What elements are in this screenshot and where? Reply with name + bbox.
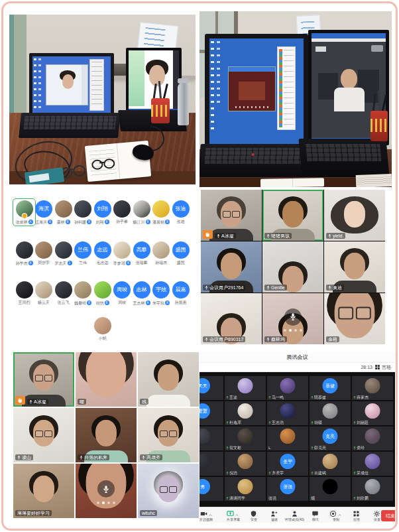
video-tile[interactable]: 会议用户890317 — [201, 293, 262, 344]
pen-cup2 — [370, 111, 388, 141]
contact-item[interactable]: 周舒宇 — [34, 241, 54, 265]
participant-tile[interactable] — [200, 427, 223, 450]
contact-item[interactable]: 孙学杰8 — [15, 241, 34, 265]
contact-item[interactable]: 潘晨韬8 — [152, 200, 171, 224]
contact-item[interactable]: 小韬 — [93, 317, 112, 340]
toolbar-button-apps[interactable]: 应用 — [346, 510, 367, 522]
participant-tile[interactable]: 盟盟 — [200, 401, 223, 425]
video-tile[interactable]: 残 — [138, 352, 199, 407]
contact-name-text: 潘晨韬 — [152, 220, 164, 224]
participant-tile[interactable]: 杜逸庠 — [225, 401, 266, 425]
contact-item[interactable]: 志远毛志远 — [93, 241, 112, 265]
contact-item[interactable]: 杨云天 — [34, 281, 54, 305]
participant-tile[interactable]: 贺文彬 — [225, 427, 266, 450]
participant-tile[interactable]: 王志浩 — [267, 401, 308, 425]
video-grid-a: A冰凝猪猪男孩yield.会议用户291764Gentle吴迪会议用户89031… — [201, 190, 385, 344]
contact-badge: 8 — [146, 220, 150, 224]
participant-name: 齐圣宇 — [268, 471, 284, 475]
participant-tile[interactable]: 涛涛同学 — [225, 477, 266, 501]
toolbar-button-record[interactable]: 录制 — [325, 510, 346, 522]
contact-name: 康棋8 — [57, 220, 70, 224]
contact-item[interactable]: 王周烈 — [15, 281, 34, 305]
contact-item[interactable]: 张云飞 — [54, 281, 73, 305]
contact-item[interactable]: 张迪张迪 — [171, 200, 190, 224]
contact-item[interactable]: 张俊祺A — [15, 200, 34, 224]
toolbar-button-members[interactable]: 管理成员(40) — [284, 510, 305, 522]
contact-item[interactable]: 康棋8 — [54, 200, 73, 224]
video-tile[interactable]: 会议用户291764 — [201, 241, 262, 293]
participant-tile[interactable]: 天天 — [200, 376, 223, 400]
avatar-initials-text: 海滨 — [38, 206, 49, 212]
participant-tile[interactable]: 烟 — [310, 477, 351, 501]
participant-tile[interactable]: 勇 — [200, 477, 223, 501]
contact-item[interactable]: 孙瑞杰 — [152, 241, 171, 265]
participant-name-text: 齐圣宇 — [272, 471, 284, 475]
video-tile[interactable]: wituhc — [138, 464, 199, 518]
toolbar-label: 录制 — [332, 518, 339, 521]
participant-tile[interactable]: 慕健陆慕健 — [310, 376, 351, 400]
video-tile[interactable]: 蔡林均 — [262, 293, 323, 344]
grid-view-toggle[interactable]: 宫格 — [374, 364, 391, 371]
contact-item[interactable]: 孙子豪 — [113, 200, 132, 224]
contact-item[interactable]: 盛国盛国 — [171, 241, 190, 265]
participant-avatar-photo — [238, 479, 253, 494]
contact-item[interactable]: 志林王志林A — [132, 281, 151, 305]
toolbar-button-share[interactable]: 共享屏幕 — [223, 510, 243, 522]
toolbar-button-shield[interactable]: 安全 — [243, 510, 264, 522]
participant-tile[interactable]: 肖建斌 — [310, 452, 351, 476]
contact-item[interactable]: 刘翔刘翔8 — [93, 200, 112, 224]
participant-tile[interactable]: 克亮邵克亮 — [310, 427, 351, 450]
participant-tile[interactable] — [200, 452, 223, 476]
contact-item[interactable]: 晨惠孙晨惠 — [171, 281, 190, 305]
toolbar-button-chat[interactable]: 聊天 — [305, 510, 325, 522]
contact-item[interactable]: 魏馨铃8 — [74, 281, 93, 305]
contact-avatar-initials: 周竣 — [113, 281, 131, 299]
contact-item[interactable]: 李梦瑶8 — [113, 241, 132, 265]
participant-tile[interactable]: 圣宇齐圣宇 — [267, 452, 308, 476]
participant-avatar-photo — [200, 429, 210, 444]
avatar-initials-text: 志林 — [137, 287, 147, 293]
video-tile[interactable]: 凌山 — [13, 408, 74, 462]
video-tile[interactable]: A冰凝 — [13, 352, 74, 407]
toolbar-button-invite[interactable]: 邀请 — [264, 510, 284, 522]
video-tile[interactable]: 余格 — [324, 293, 385, 344]
contact-item[interactable]: 孙柯珊8 — [74, 200, 93, 224]
participant-tile[interactable]: 荣成佳 — [352, 452, 393, 476]
contact-item[interactable]: 兰伟兰伟 — [74, 241, 93, 265]
video-tile[interactable]: 日落的私奔 — [76, 408, 137, 462]
participant-tile[interactable]: 刘欣鹏 — [352, 477, 393, 501]
video-tile[interactable]: 猪猪男孩 — [262, 190, 323, 241]
participant-tile[interactable]: L — [267, 427, 308, 450]
participant-tile[interactable]: 胡疆 — [310, 401, 351, 425]
participant-tile[interactable]: 倪浩 — [225, 452, 266, 476]
participant-name-text: 刘丽廷 — [357, 421, 369, 425]
participant-tile[interactable]: 张强张强 — [267, 477, 308, 501]
video-tile[interactable]: Gentle — [262, 241, 323, 293]
contact-item[interactable]: 海滨伍海滨8 — [34, 200, 54, 224]
dropdown-list — [277, 46, 296, 130]
video-tile[interactable]: 曜 — [76, 352, 137, 407]
video-tile[interactable]: A冰凝 — [201, 190, 262, 241]
avatar-initials-text: 高攀 — [137, 247, 147, 253]
glasses-icon — [35, 375, 52, 381]
participant-tile[interactable]: 娄玲 — [352, 427, 393, 450]
participant-tile[interactable]: 刘丽廷 — [352, 401, 393, 425]
contact-avatar-photo — [16, 200, 33, 218]
participant-tile[interactable]: 马一鸣 — [267, 376, 308, 400]
collage-page: { "frame": {"border_color": "#f2bdb3"}, … — [0, 0, 399, 532]
contact-item[interactable]: 宇炫朱宇炫8 — [152, 281, 171, 305]
video-tile[interactable]: 琳琳要好好学习 — [13, 464, 74, 518]
contact-item[interactable]: 杨江川8 — [132, 200, 151, 224]
end-meeting-button[interactable]: 结束 — [381, 510, 395, 521]
contact-item[interactable]: 罗志天1 — [54, 241, 73, 265]
contact-item[interactable]: 胡恺8 — [93, 281, 112, 305]
toolbar-button-camera[interactable]: 开启视频 — [200, 510, 213, 522]
video-tile[interactable]: yield. — [324, 190, 385, 241]
video-tile[interactable]: 吴迪 — [324, 241, 385, 293]
participant-tile[interactable]: 王波 — [225, 376, 266, 400]
participant-tile[interactable]: 薛家杰 — [352, 376, 393, 400]
contact-item[interactable]: 高攀张瑞攀 — [132, 241, 151, 265]
video-tile[interactable]: 高晟齐 — [138, 408, 199, 462]
contact-item[interactable]: 周竣周竣 — [113, 281, 132, 305]
video-tile[interactable] — [76, 464, 137, 518]
